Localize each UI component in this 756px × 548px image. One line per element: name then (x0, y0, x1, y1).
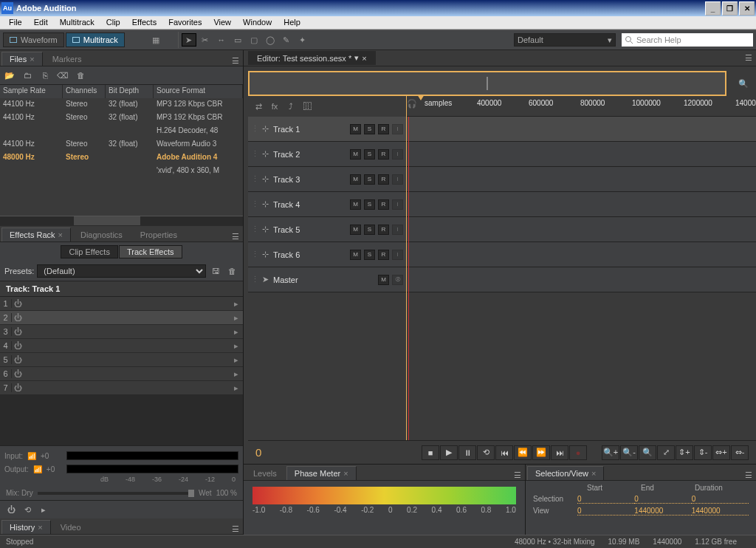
input-gain[interactable]: +0 (41, 452, 49, 460)
track-lane-6[interactable] (407, 267, 756, 292)
zoom-out-h-icon[interactable]: ⇔- (731, 445, 749, 460)
input-monitor-button[interactable]: I (392, 199, 403, 210)
file-row[interactable]: 44100 HzStereo32 (float)Waveform Audio 3 (0, 138, 243, 151)
trash-icon[interactable]: 🗑 (74, 69, 87, 81)
tab-effects-rack[interactable]: Effects Rack× (1, 227, 71, 242)
menu-view[interactable]: View (207, 16, 237, 29)
menu-favorites[interactable]: Favorites (162, 16, 207, 29)
tab-history[interactable]: History× (1, 520, 51, 534)
solo-button[interactable]: S (364, 250, 375, 260)
zoom-in-icon[interactable]: 🔍+ (602, 445, 619, 460)
selection-start[interactable]: 0 (577, 495, 634, 504)
phase-panel-menu[interactable]: ☰ (510, 470, 525, 480)
time-select-tool-icon[interactable]: ▭ (230, 33, 245, 47)
view-start[interactable]: 0 (577, 507, 634, 516)
power-icon[interactable]: ⏻ (12, 313, 24, 322)
rewind-button[interactable]: ⏪ (514, 445, 532, 460)
power-icon[interactable]: ⏻ (12, 369, 24, 378)
power-icon[interactable]: ⏻ (12, 341, 24, 350)
file-row[interactable]: 'xvid', 480 x 360, M (0, 165, 243, 178)
zoom-reset-icon[interactable]: 🔍 (639, 445, 656, 460)
razor-tool-icon[interactable]: ✂ (198, 33, 213, 47)
overview-navigator[interactable] (248, 71, 726, 96)
go-to-start-button[interactable]: ⏮ (495, 445, 513, 460)
track-header-0[interactable]: ⋮⊹Track 1MSRI (248, 117, 406, 142)
save-preset-icon[interactable]: 🖫 (209, 265, 222, 277)
solo-button[interactable]: ⦿ (392, 275, 403, 285)
track-lane-4[interactable] (407, 217, 756, 242)
input-monitor-button[interactable]: I (392, 124, 403, 134)
col-sample-rate[interactable]: Sample Rate (0, 85, 63, 98)
tab-video[interactable]: Video (52, 520, 89, 534)
power-icon[interactable]: ⏻ (12, 383, 24, 392)
record-button[interactable]: ● (569, 445, 587, 460)
brush-tool-icon[interactable]: ✎ (279, 33, 294, 47)
mute-button[interactable]: M (350, 199, 361, 210)
power-icon[interactable]: ⏻ (12, 327, 24, 336)
selection-end[interactable]: 0 (634, 495, 691, 504)
minimize-button[interactable]: _ (705, 1, 721, 16)
tab-files[interactable]: Files× (1, 52, 43, 66)
track-io-icon[interactable]: ⇄ (251, 100, 266, 113)
record-arm-button[interactable]: R (378, 199, 389, 210)
zoom-in-v-icon[interactable]: ⇕+ (676, 445, 693, 460)
mute-button[interactable]: M (350, 250, 361, 260)
time-position[interactable]: 0 (255, 446, 418, 459)
search-help-input[interactable]: Search Help (622, 33, 753, 47)
view-end[interactable]: 1440000 (634, 507, 691, 516)
track-header-1[interactable]: ⋮⊹Track 2MSRI (248, 142, 406, 167)
selview-panel-menu[interactable]: ☰ (741, 470, 756, 480)
col-channels[interactable]: Channels (63, 85, 106, 98)
track-header-3[interactable]: ⋮⊹Track 4MSRI (248, 192, 406, 217)
track-fx-icon[interactable]: fx (267, 100, 282, 113)
multitrack-mode-button[interactable]: Multitrack (66, 32, 125, 47)
menu-effects[interactable]: Effects (126, 16, 162, 29)
track-lane-3[interactable] (407, 192, 756, 217)
record-arm-button[interactable]: R (378, 124, 389, 134)
record-arm-button[interactable]: R (378, 174, 389, 185)
mute-button[interactable]: M (378, 275, 389, 285)
mix-percent[interactable]: 100 % (216, 489, 237, 497)
solo-button[interactable]: S (364, 199, 375, 210)
pause-button[interactable]: ⏸ (458, 445, 476, 460)
zoom-selection-icon[interactable]: ⤢ (657, 445, 675, 460)
record-arm-button[interactable]: R (378, 250, 389, 260)
file-row[interactable]: H.264 Decoder, 48 (0, 125, 243, 138)
zoom-out-v-icon[interactable]: ⇕- (694, 445, 712, 460)
menu-multitrack[interactable]: Multitrack (54, 16, 100, 29)
clip-effects-tab[interactable]: Clip Effects (61, 245, 117, 258)
fx-power-icon[interactable]: ⏻ (4, 504, 18, 516)
input-monitor-button[interactable]: I (392, 225, 403, 235)
fx-slot-4[interactable]: 4⏻▸ (0, 339, 243, 353)
loop-button[interactable]: ⟲ (477, 445, 495, 460)
stop-button[interactable]: ■ (422, 445, 439, 460)
files-panel-menu[interactable]: ☰ (228, 56, 243, 66)
track-header-2[interactable]: ⋮⊹Track 3MSRI (248, 167, 406, 192)
mute-button[interactable]: M (350, 124, 361, 134)
record-arm-button[interactable]: R (378, 149, 389, 160)
solo-button[interactable]: S (364, 225, 375, 235)
history-panel-menu[interactable]: ☰ (228, 524, 243, 534)
tool-spot-healing[interactable]: ▦ (148, 33, 163, 47)
slip-tool-icon[interactable]: ↔ (214, 33, 229, 47)
insert-to-multitrack-icon[interactable]: ⎘ (38, 69, 52, 81)
power-icon[interactable]: ⏻ (12, 299, 24, 308)
preset-dropdown[interactable]: (Default) (37, 264, 206, 278)
waveform-mode-button[interactable]: Waveform (3, 32, 64, 47)
tab-phase-meter[interactable]: Phase Meter× (286, 466, 357, 480)
track-header-4[interactable]: ⋮⊹Track 5MSRI (248, 217, 406, 242)
mute-button[interactable]: M (350, 149, 361, 160)
editor-panel-menu[interactable]: ☰ (741, 53, 756, 63)
playhead-marker-icon[interactable] (417, 96, 425, 100)
fx-slot-2[interactable]: 2⏻▸ (0, 311, 243, 325)
fx-apply-icon[interactable]: ▸ (37, 504, 50, 516)
workspace-dropdown[interactable]: Default▾ (514, 33, 616, 47)
play-button[interactable]: ▶ (440, 445, 458, 460)
input-monitor-button[interactable]: I (392, 149, 403, 160)
input-monitor-button[interactable]: I (392, 174, 403, 185)
fx-prelisten-icon[interactable]: ⟲ (21, 504, 34, 516)
output-gain[interactable]: +0 (47, 465, 55, 473)
track-header-6[interactable]: ⋮➤MasterM⦿ (248, 267, 406, 292)
col-source-format[interactable]: Source Format (154, 85, 243, 98)
fx-slot-3[interactable]: 3⏻▸ (0, 325, 243, 339)
